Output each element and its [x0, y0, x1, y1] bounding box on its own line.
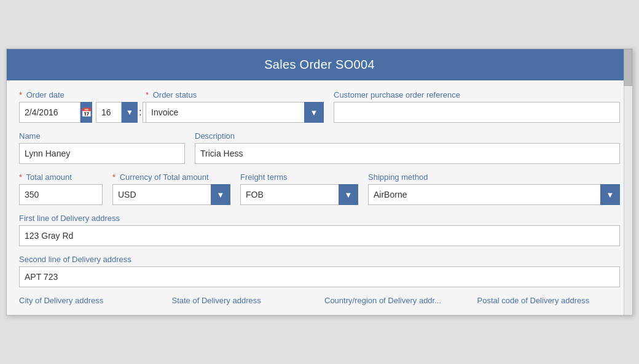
sales-order-window: Sales Order SO004 * Order date 📅 ▼	[6, 48, 633, 316]
city-label: City of Delivery address	[19, 296, 162, 305]
delivery-address-2-label-text: Second line of Delivery address	[19, 255, 131, 264]
description-label-text: Description	[195, 131, 235, 141]
name-input[interactable]	[19, 143, 185, 164]
order-date-input[interactable]	[19, 102, 80, 123]
delivery-address-2-label: Second line of Delivery address	[19, 255, 620, 264]
shipping-method-label-text: Shipping method	[368, 172, 428, 182]
group-currency: * Currency of Total amount USD EUR GBP C…	[112, 172, 230, 205]
description-input[interactable]	[195, 143, 620, 164]
delivery-address-1-label: First line of Delivery address	[19, 214, 620, 223]
name-label: Name	[19, 131, 185, 141]
row-city-state-country-postal: City of Delivery address State of Delive…	[19, 296, 620, 305]
country-label-text: Country/region of Delivery addr...	[324, 296, 441, 305]
scroll-thumb[interactable]	[624, 49, 632, 86]
state-label: State of Delivery address	[172, 296, 315, 305]
row-delivery-address-2: Second line of Delivery address	[19, 255, 620, 287]
order-date-label: * Order date	[19, 90, 136, 99]
chevron-down-icon: ▼	[126, 108, 133, 117]
currency-label-text: Currency of Total amount	[120, 172, 209, 182]
group-cpo-ref: Customer purchase order reference	[334, 90, 620, 123]
group-order-status: * Order status Invoice Draft Confirmed C…	[146, 90, 324, 123]
freight-terms-label-text: Freight terms	[240, 172, 288, 182]
row-financial-info: * Total amount * Currency of Total amoun…	[19, 172, 620, 205]
scroll-bar[interactable]	[624, 49, 632, 315]
shipping-method-select[interactable]: AirBorne Ground Express Standard	[368, 184, 620, 205]
order-status-select[interactable]: Invoice Draft Confirmed Cancelled	[146, 102, 324, 123]
group-shipping-method: Shipping method AirBorne Ground Express …	[368, 172, 620, 205]
row-order-info: * Order date 📅 ▼ : ▼	[19, 90, 620, 123]
order-status-select-wrapper: Invoice Draft Confirmed Cancelled ▼	[146, 102, 324, 123]
freight-terms-label: Freight terms	[240, 172, 358, 182]
name-label-text: Name	[19, 131, 41, 141]
description-label: Description	[195, 131, 620, 141]
group-name: Name	[19, 131, 185, 164]
postal-label: Postal code of Delivery address	[477, 296, 621, 305]
delivery-address-1-input[interactable]	[19, 225, 620, 246]
total-amount-input[interactable]	[19, 184, 103, 205]
group-city: City of Delivery address	[19, 296, 162, 305]
cpo-ref-input[interactable]	[334, 102, 620, 123]
window-title: Sales Order SO004	[7, 49, 632, 80]
calendar-button[interactable]: 📅	[80, 102, 92, 123]
currency-select-wrapper: USD EUR GBP CAD ▼	[112, 184, 230, 205]
city-label-text: City of Delivery address	[19, 296, 103, 305]
order-date-input-group: 📅 ▼ : ▼	[19, 102, 136, 123]
group-postal: Postal code of Delivery address	[477, 296, 621, 305]
total-amount-label-text: Total amount	[26, 172, 71, 182]
order-date-label-text: Order date	[26, 90, 65, 99]
required-star-order-date: *	[19, 90, 22, 99]
delivery-address-1-label-text: First line of Delivery address	[19, 214, 120, 223]
group-order-date: * Order date 📅 ▼ : ▼	[19, 90, 136, 123]
shipping-method-select-wrapper: AirBorne Ground Express Standard ▼	[368, 184, 620, 205]
state-label-text: State of Delivery address	[172, 296, 261, 305]
total-amount-label: * Total amount	[19, 172, 103, 182]
currency-select[interactable]: USD EUR GBP CAD	[112, 184, 230, 205]
order-status-label-text: Order status	[153, 90, 197, 99]
hour-input[interactable]	[96, 102, 122, 123]
required-star-currency: *	[112, 172, 116, 182]
group-total-amount: * Total amount	[19, 172, 103, 205]
form-body: * Order date 📅 ▼ : ▼	[7, 80, 632, 315]
hour-arrow-button[interactable]: ▼	[122, 102, 138, 123]
order-status-label: * Order status	[146, 90, 324, 99]
group-description: Description	[195, 131, 620, 164]
time-colon: :	[138, 102, 143, 123]
group-freight-terms: Freight terms FOB CIF EXW DDP ▼	[240, 172, 358, 205]
row-name-description: Name Description	[19, 131, 620, 164]
freight-terms-select[interactable]: FOB CIF EXW DDP	[240, 184, 358, 205]
delivery-address-2-input[interactable]	[19, 266, 620, 287]
required-star-total: *	[19, 172, 22, 182]
title-text: Sales Order SO004	[264, 58, 375, 71]
cpo-ref-label: Customer purchase order reference	[334, 90, 620, 99]
group-state: State of Delivery address	[172, 296, 315, 305]
country-label: Country/region of Delivery addr...	[324, 296, 468, 305]
group-delivery-address-2: Second line of Delivery address	[19, 255, 620, 287]
row-delivery-address-1: First line of Delivery address	[19, 214, 620, 246]
freight-terms-select-wrapper: FOB CIF EXW DDP ▼	[240, 184, 358, 205]
postal-label-text: Postal code of Delivery address	[477, 296, 590, 305]
shipping-method-label: Shipping method	[368, 172, 620, 182]
group-delivery-address-1: First line of Delivery address	[19, 214, 620, 246]
group-country: Country/region of Delivery addr...	[324, 296, 468, 305]
cpo-ref-label-text: Customer purchase order reference	[334, 90, 460, 99]
required-star-order-status: *	[146, 90, 149, 99]
currency-label: * Currency of Total amount	[112, 172, 230, 182]
